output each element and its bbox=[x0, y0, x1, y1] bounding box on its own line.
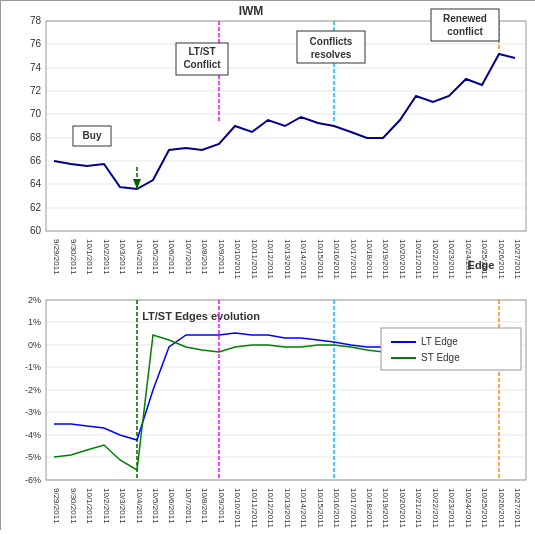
svg-text:10/14/2011: 10/14/2011 bbox=[299, 239, 308, 280]
svg-text:10/4/2011: 10/4/2011 bbox=[135, 239, 144, 275]
svg-text:62: 62 bbox=[30, 202, 42, 213]
svg-text:10/10/2011: 10/10/2011 bbox=[233, 239, 242, 280]
svg-text:68: 68 bbox=[30, 132, 42, 143]
svg-text:10/10/2011: 10/10/2011 bbox=[233, 488, 242, 529]
top-chart-svg: 78 76 74 72 70 68 66 64 62 60 IWM bbox=[1, 1, 535, 291]
svg-text:10/18/2011: 10/18/2011 bbox=[365, 488, 374, 529]
svg-text:10/19/2011: 10/19/2011 bbox=[381, 239, 390, 280]
svg-text:10/17/2011: 10/17/2011 bbox=[349, 488, 358, 529]
svg-text:10/13/2011: 10/13/2011 bbox=[283, 488, 292, 529]
svg-text:10/14/2011: 10/14/2011 bbox=[299, 488, 308, 529]
top-chart: 78 76 74 72 70 68 66 64 62 60 IWM bbox=[0, 0, 535, 290]
edge-label: Edge bbox=[468, 259, 495, 271]
svg-text:10/3/2011: 10/3/2011 bbox=[118, 488, 127, 524]
svg-text:10/5/2011: 10/5/2011 bbox=[151, 239, 160, 275]
svg-text:76: 76 bbox=[30, 38, 42, 49]
svg-text:10/18/2011: 10/18/2011 bbox=[365, 239, 374, 280]
svg-text:10/4/2011: 10/4/2011 bbox=[135, 488, 144, 524]
svg-text:10/21/2011: 10/21/2011 bbox=[414, 488, 423, 529]
svg-text:10/1/2011: 10/1/2011 bbox=[85, 488, 94, 524]
svg-text:10/25/2011: 10/25/2011 bbox=[480, 488, 489, 529]
svg-text:9/29/2011: 9/29/2011 bbox=[52, 488, 61, 524]
svg-text:78: 78 bbox=[30, 15, 42, 26]
bottom-chart-svg: 2% 1% 0% -1% -2% -3% -4% -5% -6% LT/ST E… bbox=[1, 290, 535, 534]
svg-text:2%: 2% bbox=[28, 295, 41, 305]
svg-text:10/6/2011: 10/6/2011 bbox=[167, 488, 176, 524]
svg-text:10/21/2011: 10/21/2011 bbox=[414, 239, 423, 280]
svg-text:9/29/2011: 9/29/2011 bbox=[52, 239, 61, 275]
top-chart-title: IWM bbox=[239, 4, 264, 18]
svg-text:10/16/2011: 10/16/2011 bbox=[332, 488, 341, 529]
svg-text:10/9/2011: 10/9/2011 bbox=[217, 239, 226, 275]
lt-edge-legend: LT Edge bbox=[421, 336, 458, 347]
ltst-conflict-annotation: LT/ST bbox=[188, 46, 215, 57]
svg-text:10/5/2011: 10/5/2011 bbox=[151, 488, 160, 524]
svg-text:10/6/2011: 10/6/2011 bbox=[167, 239, 176, 275]
svg-text:10/2/2011: 10/2/2011 bbox=[102, 239, 111, 275]
svg-text:10/26/2011: 10/26/2011 bbox=[497, 239, 506, 280]
svg-text:10/1/2011: 10/1/2011 bbox=[85, 239, 94, 275]
svg-text:10/23/2011: 10/23/2011 bbox=[447, 488, 456, 529]
svg-text:64: 64 bbox=[30, 178, 42, 189]
svg-text:-4%: -4% bbox=[25, 430, 41, 440]
svg-text:Conflict: Conflict bbox=[183, 59, 221, 70]
buy-annotation: Buy bbox=[83, 130, 102, 141]
svg-text:10/11/2011: 10/11/2011 bbox=[250, 239, 259, 280]
svg-text:10/3/2011: 10/3/2011 bbox=[118, 239, 127, 275]
svg-text:9/30/2011: 9/30/2011 bbox=[69, 488, 78, 524]
svg-text:-3%: -3% bbox=[25, 407, 41, 417]
svg-text:10/12/2011: 10/12/2011 bbox=[266, 239, 275, 280]
svg-text:66: 66 bbox=[30, 155, 42, 166]
svg-text:10/20/2011: 10/20/2011 bbox=[398, 239, 407, 280]
svg-text:10/2/2011: 10/2/2011 bbox=[102, 488, 111, 524]
svg-text:70: 70 bbox=[30, 108, 42, 119]
renewed-conflict-annotation: Renewed bbox=[443, 13, 487, 24]
bottom-chart: 2% 1% 0% -1% -2% -3% -4% -5% -6% LT/ST E… bbox=[0, 290, 535, 530]
svg-text:10/26/2011: 10/26/2011 bbox=[497, 488, 506, 529]
svg-text:10/12/2011: 10/12/2011 bbox=[266, 488, 275, 529]
conflicts-resolves-annotation: Conflicts bbox=[310, 36, 353, 47]
svg-text:10/27/2011: 10/27/2011 bbox=[513, 488, 522, 529]
bottom-chart-title: LT/ST Edges evolution bbox=[142, 310, 260, 322]
chart-container: 78 76 74 72 70 68 66 64 62 60 IWM bbox=[0, 0, 535, 534]
svg-text:0%: 0% bbox=[28, 340, 41, 350]
svg-text:10/20/2011: 10/20/2011 bbox=[398, 488, 407, 529]
svg-text:resolves: resolves bbox=[311, 49, 352, 60]
svg-text:10/9/2011: 10/9/2011 bbox=[217, 488, 226, 524]
svg-text:10/15/2011: 10/15/2011 bbox=[316, 239, 325, 280]
svg-text:-2%: -2% bbox=[25, 385, 41, 395]
svg-text:72: 72 bbox=[30, 85, 42, 96]
svg-text:-6%: -6% bbox=[25, 475, 41, 485]
svg-text:10/27/2011: 10/27/2011 bbox=[513, 239, 522, 280]
svg-text:10/16/2011: 10/16/2011 bbox=[332, 239, 341, 280]
svg-text:10/24/2011: 10/24/2011 bbox=[464, 488, 473, 529]
svg-text:10/8/2011: 10/8/2011 bbox=[200, 488, 209, 524]
svg-text:10/13/2011: 10/13/2011 bbox=[283, 239, 292, 280]
svg-text:9/30/2011: 9/30/2011 bbox=[69, 239, 78, 275]
svg-text:10/17/2011: 10/17/2011 bbox=[349, 239, 358, 280]
st-edge-legend: ST Edge bbox=[421, 352, 460, 363]
svg-text:10/11/2011: 10/11/2011 bbox=[250, 488, 259, 529]
svg-text:10/7/2011: 10/7/2011 bbox=[184, 488, 193, 524]
svg-rect-87 bbox=[381, 328, 521, 370]
svg-text:60: 60 bbox=[30, 225, 42, 236]
svg-text:74: 74 bbox=[30, 62, 42, 73]
svg-text:conflict: conflict bbox=[447, 26, 483, 37]
svg-text:1%: 1% bbox=[28, 317, 41, 327]
svg-text:-1%: -1% bbox=[25, 362, 41, 372]
svg-text:10/22/2011: 10/22/2011 bbox=[431, 239, 440, 280]
svg-text:10/7/2011: 10/7/2011 bbox=[184, 239, 193, 275]
svg-text:10/22/2011: 10/22/2011 bbox=[431, 488, 440, 529]
svg-text:10/23/2011: 10/23/2011 bbox=[447, 239, 456, 280]
svg-text:10/8/2011: 10/8/2011 bbox=[200, 239, 209, 275]
svg-text:10/15/2011: 10/15/2011 bbox=[316, 488, 325, 529]
svg-text:10/19/2011: 10/19/2011 bbox=[381, 488, 390, 529]
svg-text:-5%: -5% bbox=[25, 452, 41, 462]
